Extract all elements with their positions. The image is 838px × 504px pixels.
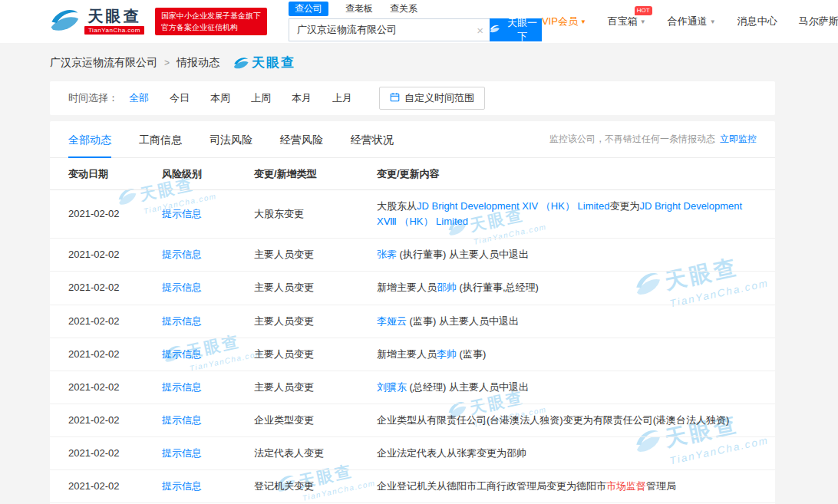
content-text: 企业法定代表人从张霁变更为邵帅 <box>377 447 526 459</box>
risk-level-link[interactable]: 提示信息 <box>162 480 202 492</box>
search-tab-company[interactable]: 查公司 <box>289 2 328 16</box>
nav-vip[interactable]: VIP会员 ▼ <box>542 15 586 28</box>
logo-domain: TianYanCha.com <box>84 26 144 35</box>
table-row: 2021-02-02提示信息企业类型变更企业类型从有限责任公司(台港澳法人独资)… <box>50 404 775 437</box>
time-option-this-month[interactable]: 本月 <box>292 91 312 105</box>
search-tab-boss[interactable]: 查老板 <box>345 2 373 15</box>
risk-level-link[interactable]: 提示信息 <box>162 282 202 293</box>
content-text: (监事) <box>457 348 486 360</box>
content-text: (总经理) 从主要人员中退出 <box>407 381 529 393</box>
col-header-content: 变更/更新内容 <box>377 167 757 181</box>
time-option-today[interactable]: 今日 <box>170 91 190 105</box>
content-text: 企业类型从有限责任公司(台港澳法人独资)变更为有限责任公司(港澳台法人独资) <box>377 414 729 426</box>
row-change-type: 大股东变更 <box>254 206 377 222</box>
search-tab-relation[interactable]: 查关系 <box>390 2 417 15</box>
risk-level-link[interactable]: 提示信息 <box>162 249 202 260</box>
row-change-type: 主要人员变更 <box>254 314 377 329</box>
table-header-row: 变动日期 风险级别 变更/新增类型 变更/更新内容 <box>50 158 775 190</box>
custom-range-button[interactable]: 自定义时间范围 <box>379 87 485 110</box>
breadcrumb-separator: > <box>164 58 170 68</box>
time-option-this-week[interactable]: 本周 <box>210 91 230 105</box>
tab-operating-risk[interactable]: 经营风险 <box>280 121 323 158</box>
table-body: 2021-02-02提示信息大股东变更大股东从JD Bright Develop… <box>50 190 775 504</box>
content-entity-link[interactable]: 邵帅 <box>437 282 457 293</box>
content-text: 大股东从 <box>377 200 417 212</box>
tab-business-info[interactable]: 工商信息 <box>139 121 182 158</box>
top-header: 天眼查 TianYanCha.com 国家中小企业发展子基金旗下 官方备案企业征… <box>0 0 838 43</box>
risk-level-link[interactable]: 提示信息 <box>162 315 202 327</box>
calendar-icon <box>390 92 400 104</box>
nav-cooperation[interactable]: 合作通道 ▼ <box>668 15 716 28</box>
row-date: 2021-02-02 <box>68 479 162 494</box>
content-text: 管理局 <box>646 480 676 492</box>
nav-cooperation-label: 合作通道 <box>668 15 708 28</box>
nav-vip-label: VIP会员 <box>542 15 578 28</box>
gov-badge-line1: 国家中小企业发展子基金旗下 <box>161 10 261 21</box>
content-entity-link[interactable]: 张霁 <box>377 249 397 260</box>
row-change-content: 张霁 (执行董事) 从主要人员中退出 <box>377 247 757 262</box>
row-risk: 提示信息 <box>162 280 254 295</box>
content-entity-link[interactable]: 李娅云 <box>377 315 407 327</box>
table-row: 2021-02-02提示信息主要人员变更李娅云 (监事) 从主要人员中退出 <box>50 305 775 338</box>
risk-level-link[interactable]: 提示信息 <box>162 381 202 393</box>
table-row: 2021-02-02提示信息大股东变更大股东从JD Bright Develop… <box>50 190 775 239</box>
table-row: 2021-02-02提示信息主要人员变更新增主要人员李帅 (监事) <box>50 338 775 371</box>
risk-level-link[interactable]: 提示信息 <box>162 414 202 426</box>
search-button[interactable]: 天眼一下 <box>490 18 542 41</box>
table-row: 2021-02-02提示信息登记机关变更企业登记机关从德阳市工商行政管理局变更为… <box>50 470 775 503</box>
tianyancha-logo[interactable]: 天眼查 TianYanCha.com <box>50 5 144 38</box>
eye-icon <box>490 24 500 36</box>
row-change-content: 企业法定代表人从张霁变更为邵帅 <box>377 446 757 461</box>
nav-messages-label: 消息中心 <box>737 15 777 28</box>
clear-search-icon[interactable]: × <box>477 24 483 35</box>
content-text: 变更为 <box>609 200 639 212</box>
tab-bar: 全部动态 工商信息 司法风险 经营风险 经营状况 监控该公司，不再错过任何一条情… <box>50 121 775 158</box>
row-risk: 提示信息 <box>162 446 254 461</box>
monitor-now-link[interactable]: 立即监控 <box>720 133 757 146</box>
row-change-content: 大股东从JD Bright Development XIV （HK） Limit… <box>377 199 757 229</box>
breadcrumb-company-link[interactable]: 广汉京运物流有限公司 <box>50 56 157 70</box>
row-date: 2021-02-02 <box>68 347 162 362</box>
nav-user[interactable]: 马尔萨斯 ▼ <box>799 15 838 28</box>
row-date: 2021-02-02 <box>68 206 162 222</box>
time-option-last-week[interactable]: 上周 <box>251 91 271 105</box>
nav-messages[interactable]: 消息中心 <box>737 15 777 28</box>
search-tabs: 查公司 查老板 查关系 <box>289 2 542 16</box>
table-row: 2021-02-02提示信息主要人员变更刘骥东 (总经理) 从主要人员中退出 <box>50 371 775 404</box>
time-option-all[interactable]: 全部 <box>129 91 149 105</box>
content-entity-link[interactable]: JD Bright Development XIV （HK） Limited <box>417 200 609 212</box>
risk-level-link[interactable]: 提示信息 <box>162 208 202 219</box>
row-risk: 提示信息 <box>162 413 254 428</box>
row-date: 2021-02-02 <box>68 280 162 295</box>
content-text: (执行董事,总经理) <box>457 282 539 293</box>
row-change-content: 新增主要人员李帅 (监事) <box>377 347 757 362</box>
chevron-down-icon: ▼ <box>580 18 586 25</box>
gov-badge-line2: 官方备案企业征信机构 <box>161 21 261 33</box>
tab-operating-status[interactable]: 经营状况 <box>351 121 394 158</box>
row-risk: 提示信息 <box>162 206 254 222</box>
nav-toolbox[interactable]: 百宝箱 ▼ HOT <box>608 15 646 28</box>
content-entity-link[interactable]: 刘骥东 <box>377 381 407 393</box>
row-date: 2021-02-02 <box>68 380 162 395</box>
nav-toolbox-label: 百宝箱 <box>608 15 638 28</box>
time-option-last-month[interactable]: 上月 <box>332 91 352 105</box>
col-header-type: 变更/新增类型 <box>254 167 377 181</box>
tab-judicial-risk[interactable]: 司法风险 <box>210 121 252 158</box>
row-change-type: 主要人员变更 <box>254 280 377 295</box>
tianyancha-swoosh-icon <box>233 55 249 71</box>
row-change-type: 主要人员变更 <box>254 380 377 395</box>
search-input[interactable] <box>289 18 490 41</box>
row-change-type: 登记机关变更 <box>254 479 377 494</box>
risk-level-link[interactable]: 提示信息 <box>162 348 202 360</box>
logo-name: 天眼查 <box>87 8 140 24</box>
risk-level-link[interactable]: 提示信息 <box>162 447 202 459</box>
search-button-label: 天眼一下 <box>503 16 542 44</box>
row-date: 2021-02-02 <box>68 413 162 428</box>
table-row: 2021-02-02提示信息主要人员变更新增主要人员邵帅 (执行董事,总经理) <box>50 272 775 305</box>
content-text: 市场监督 <box>606 480 646 492</box>
content-entity-link[interactable]: 李帅 <box>437 348 457 360</box>
search-area: 查公司 查老板 查关系 × 天眼一下 <box>289 2 542 41</box>
tab-all-updates[interactable]: 全部动态 <box>68 121 111 158</box>
top-nav: VIP会员 ▼ 百宝箱 ▼ HOT 合作通道 ▼ 消息中心 马尔萨斯 ▼ <box>542 15 838 28</box>
row-change-type: 主要人员变更 <box>254 347 377 362</box>
